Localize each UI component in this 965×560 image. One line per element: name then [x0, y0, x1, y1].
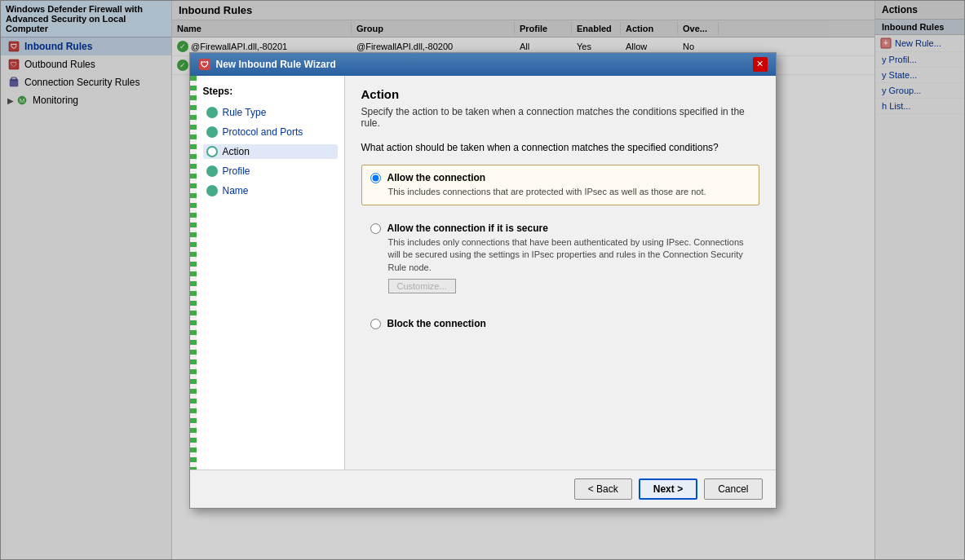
radio-block-title: Block the connection	[387, 318, 486, 329]
radio-allow-secure-title: Allow the connection if it is secure	[387, 223, 548, 234]
wizard-step-action[interactable]: Action	[203, 144, 338, 159]
wizard-step-rule-type[interactable]: Rule Type	[203, 105, 338, 120]
wizard-right-panel: Action Specify the action to be taken wh…	[345, 76, 776, 470]
wizard-dialog: 🛡 New Inbound Rule Wizard ✕ Steps: Rule …	[189, 52, 777, 509]
wizard-footer: < Back Next > Cancel	[190, 470, 776, 508]
step-label-action: Action	[223, 146, 250, 157]
radio-allow-secure-input[interactable]	[370, 223, 381, 234]
wizard-titlebar: 🛡 New Inbound Rule Wizard ✕	[190, 53, 776, 76]
wizard-body: Steps: Rule Type Protocol and Ports Acti…	[190, 76, 776, 470]
customize-button[interactable]: Customize...	[388, 279, 456, 293]
wizard-steps-panel: Steps: Rule Type Protocol and Ports Acti…	[197, 76, 344, 470]
wizard-step-protocol-ports[interactable]: Protocol and Ports	[203, 125, 338, 139]
step-label-name: Name	[223, 185, 249, 196]
back-button[interactable]: < Back	[574, 478, 632, 500]
radio-allow-title: Allow the connection	[387, 172, 486, 183]
radio-option-allow-secure[interactable]: Allow the connection if it is secure Thi…	[361, 215, 759, 301]
radio-allow-secure-description: This includes only connections that have…	[388, 236, 750, 274]
radio-block-input[interactable]	[370, 319, 381, 329]
step-label-profile: Profile	[223, 165, 250, 177]
wizard-step-profile[interactable]: Profile	[203, 164, 338, 179]
step-label-protocol-ports: Protocol and Ports	[223, 126, 303, 138]
radio-option-block[interactable]: Block the connection	[361, 311, 759, 339]
step-dot-protocol-ports	[206, 126, 218, 138]
wizard-description: Specify the action to be taken when a co…	[361, 106, 759, 129]
step-dot-name	[206, 185, 218, 196]
wizard-close-button[interactable]: ✕	[753, 57, 768, 72]
wizard-titlebar-left: 🛡 New Inbound Rule Wizard	[198, 58, 336, 71]
next-button[interactable]: Next >	[639, 478, 697, 500]
wizard-step-name[interactable]: Name	[203, 183, 338, 198]
wizard-title-text: New Inbound Rule Wizard	[216, 59, 336, 70]
dialog-overlay: 🛡 New Inbound Rule Wizard ✕ Steps: Rule …	[0, 0, 965, 560]
wizard-section-title: Action	[361, 87, 759, 101]
step-dot-profile	[206, 165, 218, 177]
cancel-button[interactable]: Cancel	[704, 478, 762, 500]
wizard-title-icon: 🛡	[198, 58, 211, 71]
radio-allow-input[interactable]	[370, 173, 381, 183]
step-dot-action	[206, 146, 218, 157]
wizard-step-decoration	[190, 76, 197, 470]
radio-allow-description: This includes connections that are prote…	[388, 186, 750, 198]
step-dot-rule-type	[206, 107, 218, 118]
steps-label: Steps:	[203, 86, 338, 97]
radio-option-allow[interactable]: Allow the connection This includes conne…	[361, 165, 759, 205]
step-label-rule-type: Rule Type	[223, 107, 267, 118]
wizard-question: What action should be taken when a conne…	[361, 142, 759, 153]
svg-text:🛡: 🛡	[201, 60, 209, 69]
